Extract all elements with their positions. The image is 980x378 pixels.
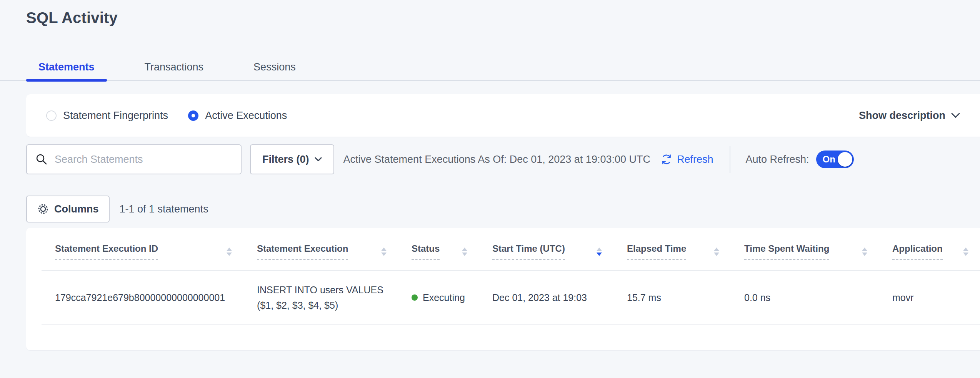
show-description-button[interactable]: Show description	[859, 110, 960, 122]
tab-statements[interactable]: Statements	[26, 54, 107, 80]
sort-arrows-icon[interactable]	[597, 248, 602, 256]
filters-button-label: Filters (0)	[262, 154, 309, 166]
radio-statement-fingerprints[interactable]: Statement Fingerprints	[46, 110, 168, 122]
radio-label: Active Executions	[205, 110, 287, 122]
auto-refresh-toggle[interactable]: On	[816, 151, 854, 168]
cell-application: movr	[879, 292, 980, 303]
page-title: SQL Activity	[26, 9, 118, 27]
view-mode-banner: Statement Fingerprints Active Executions…	[26, 94, 980, 137]
toggle-knob[interactable]	[838, 152, 852, 167]
cell-status: Executing	[398, 292, 479, 303]
view-mode-radio-group: Statement Fingerprints Active Executions	[46, 110, 287, 122]
sort-arrows-icon[interactable]	[963, 248, 968, 256]
show-description-label: Show description	[859, 110, 945, 122]
filters-button[interactable]: Filters (0)	[250, 144, 334, 174]
refresh-label: Refresh	[677, 154, 713, 166]
search-icon	[35, 153, 48, 166]
chevron-down-icon	[315, 157, 322, 162]
as-of-timestamp: Active Statement Executions As Of: Dec 0…	[343, 154, 650, 166]
search-box[interactable]	[26, 144, 242, 174]
header-statement-execution[interactable]: Statement Execution	[243, 233, 398, 270]
tab-transactions[interactable]: Transactions	[132, 54, 216, 80]
cell-start-time: Dec 01, 2023 at 19:03	[479, 292, 613, 303]
cell-time-spent-waiting: 0.0 ns	[731, 292, 879, 303]
columns-button[interactable]: Columns	[26, 196, 110, 222]
refresh-icon	[660, 153, 673, 166]
vertical-divider	[730, 146, 730, 173]
auto-refresh-label: Auto Refresh:	[746, 154, 809, 166]
search-input[interactable]	[55, 154, 232, 166]
radio-label: Statement Fingerprints	[63, 110, 168, 122]
radio-selected-icon[interactable]	[188, 110, 198, 121]
gear-icon	[37, 203, 49, 215]
sort-arrows-icon[interactable]	[227, 248, 232, 256]
toggle-state-label: On	[823, 154, 835, 165]
sort-arrows-icon[interactable]	[714, 248, 719, 256]
header-elapsed-time[interactable]: Elapsed Time	[613, 233, 731, 270]
tab-bar: Statements Transactions Sessions	[0, 54, 980, 81]
header-application[interactable]: Application	[879, 233, 980, 270]
cell-statement: INSERT INTO users VALUES ($1, $2, $3, $4…	[243, 282, 398, 313]
cell-elapsed-time: 15.7 ms	[613, 292, 731, 303]
columns-button-label: Columns	[54, 203, 99, 215]
header-status[interactable]: Status	[398, 233, 479, 270]
statements-table: Statement Execution ID Statement Executi…	[26, 228, 980, 350]
radio-active-executions[interactable]: Active Executions	[188, 110, 287, 122]
cell-execution-id[interactable]: 179cca7921e679b80000000000000001	[42, 292, 243, 303]
chevron-down-icon	[951, 113, 960, 118]
table-row[interactable]: 179cca7921e679b80000000000000001 INSERT …	[42, 271, 980, 325]
table-header-row: Statement Execution ID Statement Executi…	[42, 228, 980, 271]
sort-arrows-icon[interactable]	[462, 248, 467, 256]
refresh-button[interactable]: Refresh	[660, 153, 713, 166]
radio-unselected-icon[interactable]	[46, 110, 57, 121]
header-start-time[interactable]: Start Time (UTC)	[479, 233, 613, 270]
tab-sessions[interactable]: Sessions	[241, 54, 308, 80]
filter-bar: Filters (0) Active Statement Executions …	[26, 144, 980, 174]
table-toolbar: Columns 1-1 of 1 statements	[26, 196, 208, 222]
result-count: 1-1 of 1 statements	[120, 203, 208, 215]
status-dot-icon	[412, 294, 418, 301]
sort-arrows-icon[interactable]	[862, 248, 867, 256]
status-badge: Executing	[423, 292, 465, 303]
header-statement-execution-id[interactable]: Statement Execution ID	[42, 233, 243, 270]
sort-arrows-icon[interactable]	[381, 248, 387, 256]
header-time-spent-waiting[interactable]: Time Spent Waiting	[731, 233, 879, 270]
